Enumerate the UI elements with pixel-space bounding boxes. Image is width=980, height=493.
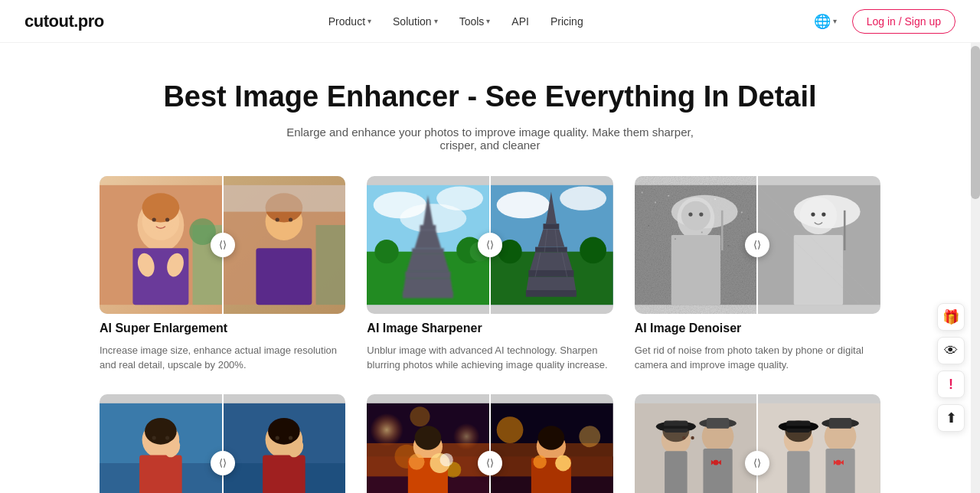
compare-left-panel bbox=[635, 176, 758, 314]
compare-handle[interactable]: ⟨⟩ bbox=[745, 451, 769, 475]
svg-marker-44 bbox=[530, 252, 573, 269]
svg-rect-146 bbox=[787, 451, 810, 493]
svg-point-118 bbox=[579, 426, 600, 447]
svg-rect-17 bbox=[256, 248, 312, 305]
svg-rect-32 bbox=[403, 291, 453, 298]
chevron-down-icon: ▾ bbox=[486, 17, 490, 25]
language-button[interactable]: 🌐 ▾ bbox=[808, 8, 843, 34]
svg-rect-63 bbox=[668, 194, 669, 196]
compare-image-woman[interactable]: ⟨⟩ bbox=[100, 394, 345, 493]
compare-right-panel bbox=[490, 176, 613, 314]
svg-point-123 bbox=[533, 455, 546, 468]
nav-menu: Product ▾ Solution ▾ Tools ▾ API Pricing bbox=[319, 11, 593, 32]
svg-point-104 bbox=[410, 406, 430, 426]
svg-point-139 bbox=[713, 459, 718, 465]
svg-rect-140 bbox=[757, 403, 880, 493]
card-row2-1: ⟨⟩ bbox=[100, 394, 345, 493]
card-title-image-denoiser: AI Image Denoiser bbox=[635, 322, 880, 335]
svg-rect-70 bbox=[727, 245, 729, 246]
alert-button[interactable]: ! bbox=[937, 371, 965, 398]
svg-point-73 bbox=[688, 212, 692, 216]
compare-divider bbox=[489, 394, 491, 493]
svg-rect-148 bbox=[826, 448, 855, 493]
svg-rect-77 bbox=[794, 235, 843, 305]
svg-point-72 bbox=[681, 201, 710, 230]
compare-arrows-icon: ⟨⟩ bbox=[219, 239, 227, 250]
nav-item-pricing[interactable]: Pricing bbox=[541, 11, 593, 32]
compare-left-panel bbox=[100, 176, 223, 314]
view-button[interactable]: 👁 bbox=[937, 337, 965, 364]
nav-item-solution[interactable]: Solution ▾ bbox=[384, 11, 447, 32]
eye-icon: 👁 bbox=[944, 343, 958, 359]
svg-point-98 bbox=[289, 436, 292, 439]
compare-divider bbox=[222, 394, 224, 493]
svg-point-39 bbox=[560, 186, 606, 210]
compare-left-panel bbox=[100, 394, 223, 493]
svg-rect-65 bbox=[714, 198, 716, 200]
compare-image-child[interactable]: ⟨⟩ bbox=[100, 176, 345, 314]
svg-rect-18 bbox=[315, 225, 345, 305]
nav-item-tools[interactable]: Tools ▾ bbox=[450, 11, 500, 32]
card-title-super-enlargement: AI Super Enlargement bbox=[100, 322, 345, 335]
compare-image-lights[interactable]: ⟨⟩ bbox=[367, 394, 612, 493]
svg-rect-57 bbox=[671, 235, 720, 305]
card-title-image-sharpener: AI Image Sharpener bbox=[367, 322, 612, 335]
svg-rect-96 bbox=[263, 455, 305, 493]
compare-image-eiffel[interactable]: ⟨⟩ bbox=[367, 176, 612, 314]
compare-handle[interactable]: ⟨⟩ bbox=[211, 233, 235, 257]
upload-icon: ⬆ bbox=[946, 410, 957, 426]
upload-button[interactable]: ⬆ bbox=[937, 404, 965, 432]
svg-point-38 bbox=[497, 191, 550, 218]
svg-rect-47 bbox=[526, 290, 577, 297]
card-row2-3: ⟨⟩ bbox=[635, 394, 880, 493]
svg-point-7 bbox=[165, 217, 169, 221]
svg-point-97 bbox=[275, 436, 279, 439]
svg-rect-67 bbox=[648, 225, 649, 227]
navbar-right: 🌐 ▾ Log in / Sign up bbox=[808, 8, 956, 34]
svg-rect-66 bbox=[741, 211, 743, 213]
compare-arrows-icon: ⟨⟩ bbox=[753, 239, 761, 250]
svg-point-153 bbox=[836, 459, 841, 465]
compare-right-panel bbox=[490, 394, 613, 493]
compare-handle[interactable]: ⟨⟩ bbox=[478, 451, 502, 475]
login-signup-button[interactable]: Log in / Sign up bbox=[852, 9, 956, 34]
card-desc-image-denoiser: Get rid of noise from photo taken by pho… bbox=[635, 343, 880, 373]
compare-arrows-icon: ⟨⟩ bbox=[753, 457, 761, 469]
chevron-down-icon: ▾ bbox=[833, 17, 837, 25]
nav-item-api[interactable]: API bbox=[502, 11, 538, 32]
hero-title: Best Image Enhancer - See Everything In … bbox=[15, 80, 965, 115]
brand-logo[interactable]: cutout.pro bbox=[24, 11, 104, 31]
compare-right-panel bbox=[757, 394, 880, 493]
nav-product-label: Product bbox=[328, 15, 365, 28]
compare-left-panel bbox=[367, 176, 490, 314]
compare-image-bw[interactable]: ⟨⟩ bbox=[635, 176, 880, 314]
svg-point-90 bbox=[165, 436, 169, 439]
compare-arrows-icon: ⟨⟩ bbox=[486, 457, 494, 469]
svg-rect-88 bbox=[139, 455, 182, 493]
svg-point-33 bbox=[375, 240, 399, 263]
card-desc-super-enlargement: Increase image size, enhance actual imag… bbox=[100, 343, 345, 373]
compare-left-panel bbox=[635, 394, 758, 493]
svg-rect-129 bbox=[660, 426, 692, 428]
svg-rect-150 bbox=[829, 418, 852, 429]
svg-rect-26 bbox=[420, 225, 436, 230]
compare-handle[interactable]: ⟨⟩ bbox=[478, 233, 502, 257]
scrollbar[interactable] bbox=[971, 0, 980, 493]
svg-point-6 bbox=[152, 217, 156, 221]
svg-rect-68 bbox=[675, 238, 676, 240]
gift-button[interactable]: 🎁 bbox=[937, 303, 965, 331]
compare-handle[interactable]: ⟨⟩ bbox=[745, 233, 769, 257]
svg-point-5 bbox=[142, 193, 180, 222]
cards-grid: ⟨⟩ AI Super Enlargement Increase image s… bbox=[84, 176, 896, 493]
svg-point-81 bbox=[822, 212, 826, 216]
nav-item-product[interactable]: Product ▾ bbox=[319, 11, 381, 32]
scrollbar-thumb[interactable] bbox=[971, 46, 980, 199]
svg-point-117 bbox=[497, 416, 524, 443]
svg-rect-62 bbox=[655, 201, 656, 203]
compare-handle[interactable]: ⟨⟩ bbox=[211, 451, 235, 475]
svg-point-105 bbox=[453, 423, 480, 449]
gift-icon: 🎁 bbox=[942, 309, 959, 325]
compare-image-couple[interactable]: ⟨⟩ bbox=[635, 394, 880, 493]
compare-right-panel bbox=[223, 394, 346, 493]
card-image-sharpener: ⟨⟩ AI Image Sharpener Unblur image with … bbox=[367, 176, 612, 373]
